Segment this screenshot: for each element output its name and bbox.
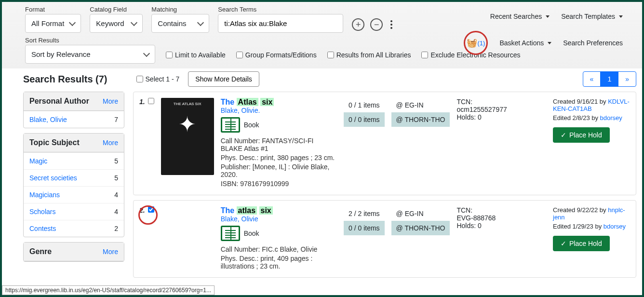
holds-count: Holds: 0	[456, 113, 541, 121]
facet-topic: Topic SubjectMore Magic5 Secret societie…	[23, 133, 124, 237]
facet-author-more[interactable]: More	[103, 97, 118, 105]
result-author[interactable]: Blake, Olivie.	[221, 107, 260, 114]
tcn-value: ocm1255527977	[456, 106, 541, 113]
pager: « 1 »	[583, 71, 636, 87]
result-card: 2. The atlas six Blake, Olivie Book Call…	[133, 200, 636, 278]
catalog-field-select[interactable]: Keyword	[90, 14, 143, 33]
created-by-link[interactable]: KDLVL-KEN-CAT1AB	[553, 98, 630, 112]
check-icon: ✓	[561, 240, 566, 247]
location-2: @ THORN-THO	[391, 112, 450, 127]
pager-page-1[interactable]: 1	[600, 72, 618, 86]
remove-row-icon[interactable]: −	[370, 18, 383, 31]
status-bar-url: https://mig.evergreen.lib.in.us/eg2/en-U…	[2, 285, 215, 295]
created-line: Created 9/16/21 by KDLVL-KEN-CAT1AB	[553, 98, 630, 112]
format-select[interactable]: All Format	[25, 14, 81, 33]
result-title[interactable]: The atlas six	[221, 206, 337, 215]
place-hold-button[interactable]: ✓Place Hold	[553, 127, 610, 143]
format-label: Format	[25, 6, 81, 13]
phys-desc: Phys. Desc.: print, 380 pages ; 23 cm.	[221, 154, 337, 162]
matching-label: Matching	[151, 6, 209, 13]
check-icon: ✓	[561, 131, 566, 139]
sort-label: Sort Results	[25, 37, 155, 44]
pager-prev[interactable]: «	[583, 72, 601, 86]
created-by-link[interactable]: hnplc-jenn	[553, 206, 625, 221]
result-number: 1.	[139, 98, 145, 106]
result-card: 1. THE ATLAS SIX✦ The Atlas six Blake, O…	[133, 92, 636, 195]
limit-available-check[interactable]: Limit to Available	[166, 51, 226, 59]
book-icon	[221, 226, 240, 241]
cover-image: THE ATLAS SIX✦	[161, 98, 214, 175]
all-libraries-check[interactable]: Results from All Libraries	[327, 51, 411, 59]
edited-line: Edited 2/8/23 by bdorsey	[553, 114, 630, 122]
kebab-icon[interactable]	[389, 18, 394, 31]
call-number: Call Number: FANTASY/SCI-FI BLAKE Atlas …	[221, 137, 337, 152]
result-checkbox[interactable]	[148, 98, 154, 104]
items-local: 0 / 0 items	[344, 112, 385, 127]
matching-select[interactable]: Contains	[151, 14, 209, 33]
call-number: Call Number: FIC.c Blake, Olivie	[221, 245, 337, 253]
format-label: Book	[244, 230, 259, 237]
location-2: @ THORN-THO	[391, 221, 450, 235]
tcn-label: TCN:	[456, 206, 541, 214]
show-more-details-button[interactable]: Show More Details	[188, 71, 259, 87]
pager-next[interactable]: »	[618, 72, 636, 86]
search-preferences-link[interactable]: Search Preferences	[563, 39, 623, 47]
facet-row: Scholars4	[24, 203, 124, 220]
facet-row: Contests2	[24, 220, 124, 237]
results-count-heading: Search Results (7)	[23, 74, 107, 85]
tcn-value: EVG-888768	[456, 214, 541, 222]
sort-select[interactable]: Sort by Relevance	[25, 45, 155, 64]
facet-row: Secret societies5	[24, 169, 124, 186]
facet-genre: GenreMore	[23, 242, 124, 262]
basket-count: (1)	[477, 40, 485, 47]
location-1: @ EG-IN	[391, 206, 450, 221]
basket-indicator[interactable]: 🧺 (1)	[464, 31, 488, 55]
facet-row: Magicians4	[24, 186, 124, 203]
book-icon	[221, 117, 240, 133]
format-label: Book	[244, 121, 259, 129]
location-1: @ EG-IN	[391, 98, 450, 112]
basket-actions-menu[interactable]: Basket Actions	[499, 39, 551, 47]
place-hold-button[interactable]: ✓Place Hold	[553, 236, 610, 251]
search-terms-input[interactable]	[218, 14, 343, 33]
edited-line: Edited 1/29/23 by bdorsey	[553, 223, 630, 230]
edited-by-link[interactable]: bdorsey	[600, 114, 622, 122]
facet-row: Magic5	[24, 152, 124, 169]
facet-topic-more[interactable]: More	[103, 139, 118, 147]
basket-icon: 🧺	[467, 38, 477, 48]
group-formats-check[interactable]: Group Formats/Editions	[236, 51, 317, 59]
facet-author: Personal AuthorMore Blake, Olivie7	[23, 92, 124, 128]
search-terms-label: Search Terms	[218, 6, 343, 13]
add-row-icon[interactable]: +	[352, 18, 364, 31]
items-local: 0 / 0 items	[344, 221, 385, 235]
tcn-label: TCN:	[456, 98, 541, 106]
phys-desc: Phys. Desc.: print, 409 pages : illustra…	[221, 255, 337, 270]
facet-genre-more[interactable]: More	[103, 248, 118, 256]
search-templates-menu[interactable]: Search Templates	[561, 13, 623, 20]
holds-count: Holds: 0	[456, 222, 541, 230]
facet-row: Blake, Olivie7	[24, 111, 124, 128]
recent-searches-menu[interactable]: Recent Searches	[490, 13, 550, 20]
edited-by-link[interactable]: bdorsey	[604, 223, 626, 230]
catalog-field-label: Catalog Field	[90, 6, 143, 13]
select-all-check[interactable]: Select 1 - 7	[136, 75, 180, 83]
created-line: Created 9/22/22 by hnplc-jenn	[553, 206, 630, 221]
items-avail: 2 / 2 items	[344, 206, 385, 221]
publisher: Publisher: [Monee, IL] : Olivie Blake, 2…	[221, 163, 337, 178]
result-title[interactable]: The Atlas six	[221, 98, 337, 107]
isbn: ISBN: 9781679910999	[221, 180, 337, 188]
result-author[interactable]: Blake, Olivie	[221, 215, 258, 223]
items-avail: 0 / 1 items	[344, 98, 385, 112]
